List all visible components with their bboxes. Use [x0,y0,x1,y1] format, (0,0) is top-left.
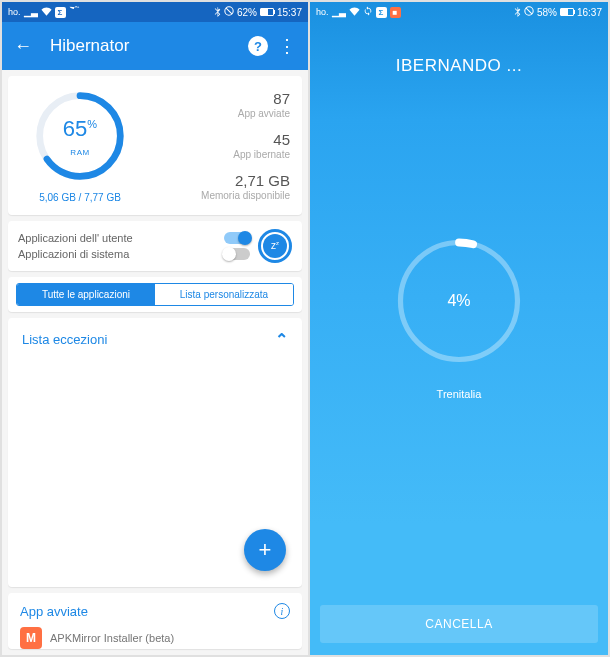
signal-icon: ▁▃ [332,7,346,17]
apps-hibernated-label: App ibernate [140,149,290,160]
progress-pct-label: 4% [394,236,524,366]
battery-icon [260,8,274,16]
toggles-card: Applicazioni dell' utente Applicazioni d… [8,221,302,271]
user-apps-label: Applicazioni dell' utente [18,232,133,244]
add-exception-fab[interactable]: + [244,529,286,571]
app-bar: ← Hibernator ? ⋮ [2,22,308,70]
apps-started-label: App avviate [140,108,290,119]
bluetooth-icon [514,6,521,19]
battery-icon [560,8,574,16]
bluetooth-icon [214,6,221,19]
tab-all-apps[interactable]: Tutte le applicazioni [17,284,155,305]
app-title: Hibernator [38,36,248,56]
back-button[interactable]: ← [14,36,38,57]
battery-pct-label: 58% [537,7,557,18]
more-menu-button[interactable]: ⋮ [278,35,296,57]
apps-hibernated-value: 45 [140,131,290,148]
hibernating-title: IBERNANDO ... [396,56,522,76]
system-apps-label: Applicazioni di sistema [18,248,129,260]
progress-gauge: 4% [394,236,524,366]
ram-label: RAM [70,148,89,157]
user-apps-switch[interactable] [224,232,250,244]
sleep-icon: zz [271,240,279,251]
system-apps-switch[interactable] [224,248,250,260]
status-bar: ho. ▁▃ Σ ■ 58% 16:37 [310,2,608,22]
help-button[interactable]: ? [248,36,268,56]
status-bar: ho. ▁▃ Σ 62% 15:37 [2,2,308,22]
list-item[interactable]: M APKMirror Installer (beta) [20,627,290,649]
info-icon[interactable]: i [274,603,290,619]
tabs-card: Tutte le applicazioni Lista personalizza… [8,277,302,312]
app-name-label: APKMirror Installer (beta) [50,632,174,644]
exceptions-title: Lista eccezioni [22,332,107,347]
hibernating-progress-screen: ho. ▁▃ Σ ■ 58% 16:37 [310,2,608,655]
notif-icon-sigma: Σ [55,7,66,18]
clock-label: 15:37 [277,7,302,18]
signal-icon: ▁▃ [24,7,38,17]
notif-icon-app: ■ [390,7,401,18]
memory-free-label: Memoria disponibile [140,190,290,201]
sync-icon [363,6,373,18]
memory-free-value: 2,71 GB [140,172,290,189]
ram-usage-label: 5,06 GB / 7,77 GB [39,192,121,203]
do-not-disturb-icon [524,6,534,18]
exceptions-card: Lista eccezioni ⌃ + [8,318,302,587]
carrier-label: ho. [316,7,329,17]
started-apps-title: App avviate [20,604,88,619]
chevron-up-icon: ⌃ [275,330,288,349]
apps-started-value: 87 [140,90,290,107]
wifi-icon [349,7,360,18]
wifi-icon [41,7,52,18]
hibernate-button[interactable]: zz [258,229,292,263]
battery-pct-label: 62% [237,7,257,18]
svg-line-5 [526,8,532,14]
notif-icon-twitter [69,6,80,19]
exceptions-header[interactable]: Lista eccezioni ⌃ [8,318,302,361]
ram-pct-value: 65 [63,116,87,141]
stats-card: 65% RAM 5,06 GB / 7,77 GB 87 App avviate… [8,76,302,215]
notif-icon-sigma: Σ [376,7,387,18]
current-app-label: Trenitalia [437,388,482,400]
do-not-disturb-icon [224,6,234,18]
cancel-button[interactable]: CANCELLA [320,605,598,643]
hibernator-main-screen: ho. ▁▃ Σ 62% 15:37 [2,2,310,655]
ram-gauge: 65% RAM [32,88,128,184]
tab-custom-list[interactable]: Lista personalizzata [155,284,293,305]
svg-line-1 [226,8,232,14]
app-icon: M [20,627,42,649]
clock-label: 16:37 [577,7,602,18]
started-apps-card: App avviate i M APKMirror Installer (bet… [8,593,302,649]
carrier-label: ho. [8,7,21,17]
